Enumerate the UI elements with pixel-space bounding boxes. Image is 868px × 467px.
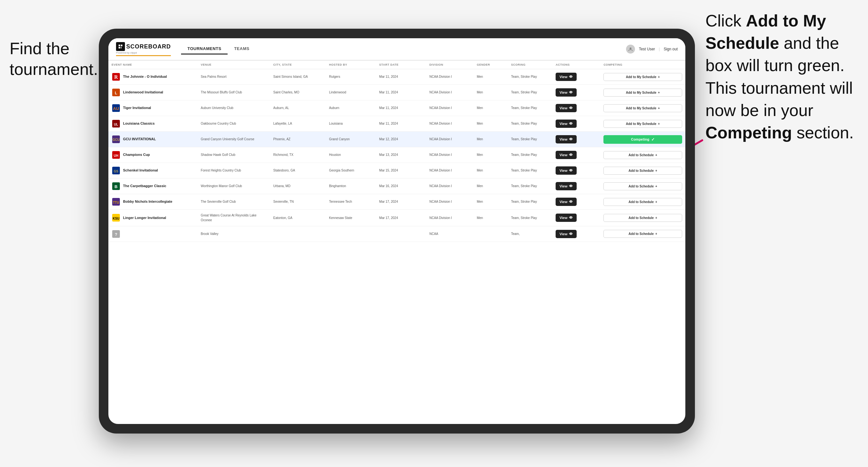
nav-tab-teams[interactable]: TEAMS — [227, 44, 256, 55]
add-schedule-button[interactable]: Add to Schedule + — [603, 151, 682, 159]
actions-cell: View 👁 — [552, 179, 600, 194]
eye-icon: 👁 — [569, 216, 573, 220]
hosted-cell: Auburn — [326, 100, 376, 116]
venue-cell: Shadow Hawk Golf Club — [198, 147, 270, 163]
division-cell: NCAA Division I — [426, 194, 474, 210]
table-row: UL Louisiana Classics Oakbourne Country … — [108, 116, 685, 132]
nav-tabs: TOURNAMENTS TEAMS — [181, 44, 256, 55]
add-schedule-button[interactable]: Add to Schedule + — [603, 214, 682, 222]
division-cell: NCAA — [426, 226, 474, 242]
date-cell: Mar 11, 2024 — [376, 116, 426, 132]
division-cell: NCAA Division I — [426, 116, 474, 132]
venue-cell: Forest Heights Country Club — [198, 163, 270, 179]
team-logo: KSU — [112, 213, 121, 222]
nav-tab-tournaments[interactable]: TOURNAMENTS — [181, 44, 227, 55]
view-button[interactable]: View 👁 — [556, 166, 577, 175]
svg-rect-4 — [119, 47, 120, 49]
eye-icon: 👁 — [569, 153, 573, 157]
svg-rect-3 — [121, 44, 122, 46]
date-cell: Mar 13, 2024 — [376, 147, 426, 163]
svg-text:UH: UH — [114, 154, 118, 157]
sign-out-link[interactable]: Sign out — [664, 47, 678, 51]
hosted-cell: Louisiana — [326, 116, 376, 132]
add-schedule-button[interactable]: Add to Schedule + — [603, 167, 682, 175]
scoring-cell: Team, — [508, 226, 552, 242]
hosted-cell: Rutgers — [326, 69, 376, 85]
hosted-cell: Georgia Southern — [326, 163, 376, 179]
competing-cell: Add to Schedule + — [600, 226, 685, 242]
gender-cell: Men — [474, 194, 508, 210]
competing-button[interactable]: Competing ✓ — [603, 135, 682, 144]
view-button[interactable]: View 👁 — [556, 135, 577, 144]
scoring-cell: Team, Stroke Play — [508, 100, 552, 116]
add-schedule-button[interactable]: Add to Schedule + — [603, 182, 682, 190]
gender-cell: Men — [474, 100, 508, 116]
event-name: Linger Longer Invitational — [123, 216, 166, 220]
venue-cell: Grand Canyon University Golf Course — [198, 132, 270, 147]
svg-point-6 — [629, 48, 631, 50]
view-button[interactable]: View 👁 — [556, 230, 577, 238]
actions-cell: View 👁 — [552, 194, 600, 210]
view-button[interactable]: View 👁 — [556, 151, 577, 159]
competing-cell: Add to My Schedule + — [600, 116, 685, 132]
competing-cell: Add to Schedule + — [600, 210, 685, 226]
view-button[interactable]: View 👁 — [556, 198, 577, 206]
tablet-screen: SCOREBOARD Powered by clippd TOURNAMENTS… — [108, 38, 685, 424]
venue-cell: The Missouri Bluffs Golf Club — [198, 85, 270, 100]
venue-cell: The Sevierville Golf Club — [198, 194, 270, 210]
competing-cell: Add to Schedule + — [600, 163, 685, 179]
col-header-hosted: HOSTED BY — [326, 61, 376, 69]
division-cell: NCAA Division I — [426, 132, 474, 147]
logo-subtitle: Powered by clippd — [116, 51, 171, 54]
view-button[interactable]: View 👁 — [556, 73, 577, 81]
table-row: B The Carpetbagger Classic Worthington M… — [108, 179, 685, 194]
col-header-venue: VENUE — [198, 61, 270, 69]
view-button[interactable]: View 👁 — [556, 88, 577, 97]
event-name: The Carpetbagger Classic — [123, 184, 166, 188]
tablet-frame: SCOREBOARD Powered by clippd TOURNAMENTS… — [99, 29, 695, 434]
user-name: Test User — [639, 47, 655, 51]
view-button[interactable]: View 👁 — [556, 104, 577, 112]
add-schedule-button[interactable]: Add to My Schedule + — [603, 104, 682, 112]
event-name: Lindenwood Invitational — [123, 90, 163, 95]
division-cell: NCAA Division I — [426, 85, 474, 100]
svg-rect-5 — [121, 47, 121, 49]
view-button[interactable]: View 👁 — [556, 182, 577, 190]
event-cell: L Lindenwood Invitational — [108, 85, 198, 100]
table-container[interactable]: EVENT NAME VENUE CITY, STATE HOSTED BY S… — [108, 61, 685, 424]
add-schedule-button[interactable]: Add to My Schedule + — [603, 120, 682, 128]
division-cell: NCAA Division I — [426, 163, 474, 179]
gender-cell: Men — [474, 179, 508, 194]
view-button[interactable]: View 👁 — [556, 120, 577, 128]
actions-cell: View 👁 — [552, 147, 600, 163]
check-icon: ✓ — [651, 137, 655, 142]
view-button[interactable]: View 👁 — [556, 214, 577, 222]
svg-rect-2 — [119, 44, 120, 46]
actions-cell: View 👁 — [552, 100, 600, 116]
team-logo: UH — [112, 151, 121, 159]
add-schedule-button[interactable]: Add to My Schedule + — [603, 89, 682, 97]
eye-icon: 👁 — [569, 232, 573, 236]
team-logo: ? — [112, 229, 121, 239]
actions-cell: View 👁 — [552, 210, 600, 226]
team-logo: GCU — [112, 135, 121, 144]
team-logo: L — [112, 88, 121, 97]
plus-icon: + — [658, 75, 660, 79]
division-cell: NCAA Division I — [426, 147, 474, 163]
event-cell: GS Schenkel Invitational — [108, 163, 198, 179]
scoring-cell: Team, Stroke Play — [508, 69, 552, 85]
table-row: AU Tiger Invitational Auburn University … — [108, 100, 685, 116]
add-schedule-button[interactable]: Add to Schedule + — [603, 230, 682, 238]
team-logo: TTU — [112, 197, 121, 206]
col-header-division: DIVISION — [426, 61, 474, 69]
competing-cell: Add to Schedule + — [600, 179, 685, 194]
venue-cell: Worthington Manor Golf Club — [198, 179, 270, 194]
gender-cell: Men — [474, 132, 508, 147]
venue-cell: Great Waters Course At Reynolds Lake Oco… — [198, 210, 270, 226]
col-header-event: EVENT NAME — [108, 61, 198, 69]
add-schedule-button[interactable]: Add to My Schedule + — [603, 73, 682, 81]
event-cell: B The Carpetbagger Classic — [108, 179, 198, 194]
add-schedule-button[interactable]: Add to Schedule + — [603, 198, 682, 206]
header-divider: | — [659, 47, 660, 51]
city-cell: Lafayette, LA — [270, 116, 326, 132]
